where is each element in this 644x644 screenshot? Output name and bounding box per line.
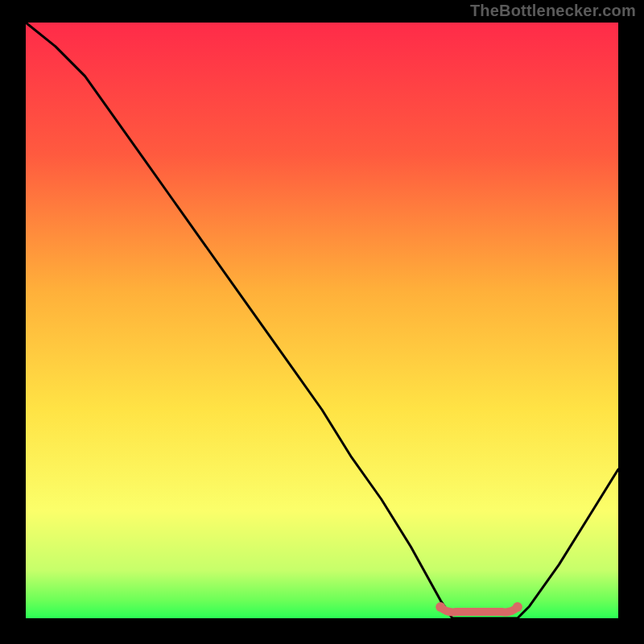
bottleneck-plot	[26, 23, 618, 618]
optimal-range-dot	[513, 602, 522, 612]
chart-frame: TheBottlenecker.com	[0, 0, 644, 644]
watermark-text: TheBottlenecker.com	[470, 2, 636, 20]
optimal-range-dot	[436, 602, 445, 612]
gradient-background	[26, 23, 618, 618]
